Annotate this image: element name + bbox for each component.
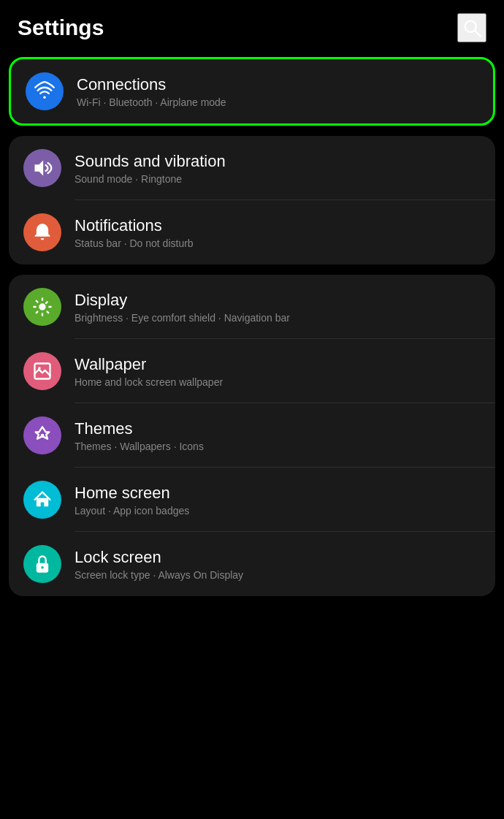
wallpaper-subtitle: Home and lock screen wallpaper <box>75 376 223 388</box>
display-icon-circle <box>23 288 61 326</box>
lock-icon <box>32 554 53 574</box>
lockscreen-subtitle: Screen lock type · Always On Display <box>75 569 243 581</box>
connections-title: Connections <box>77 75 226 94</box>
home-icon <box>32 490 53 510</box>
wallpaper-title: Wallpaper <box>75 355 223 374</box>
homescreen-item[interactable]: Home screen Layout · App icon badges <box>9 468 495 532</box>
homescreen-title: Home screen <box>75 484 189 503</box>
sounds-text: Sounds and vibration Sound mode · Ringto… <box>75 152 226 185</box>
notifications-subtitle: Status bar · Do not disturb <box>75 237 194 249</box>
page-title: Settings <box>18 15 104 40</box>
notifications-text: Notifications Status bar · Do not distur… <box>75 216 194 249</box>
sound-icon <box>32 158 53 178</box>
connections-item[interactable]: Connections Wi-Fi · Bluetooth · Airplane… <box>9 57 495 126</box>
svg-point-7 <box>41 434 45 438</box>
display-icon <box>32 297 53 317</box>
wallpaper-icon-circle <box>23 352 61 390</box>
themes-icon-circle <box>23 416 61 454</box>
notifications-title: Notifications <box>75 216 194 235</box>
svg-point-2 <box>43 96 46 99</box>
themes-item[interactable]: Themes Themes · Wallpapers · Icons <box>9 403 495 468</box>
display-title: Display <box>75 291 290 310</box>
homescreen-icon-circle <box>23 481 61 519</box>
lockscreen-text: Lock screen Screen lock type · Always On… <box>75 548 243 581</box>
notifications-icon <box>32 222 53 243</box>
lockscreen-icon-circle <box>23 545 61 583</box>
search-icon <box>462 18 482 38</box>
group-sounds-notifications: Sounds and vibration Sound mode · Ringto… <box>9 136 495 264</box>
svg-line-1 <box>475 31 481 37</box>
svg-marker-3 <box>35 161 44 176</box>
notifications-icon-circle <box>23 213 61 251</box>
themes-subtitle: Themes · Wallpapers · Icons <box>75 441 204 452</box>
display-item[interactable]: Display Brightness · Eye comfort shield … <box>9 275 495 339</box>
search-button[interactable] <box>457 13 486 42</box>
connections-text: Connections Wi-Fi · Bluetooth · Airplane… <box>77 75 226 108</box>
wifi-icon-circle <box>26 72 64 110</box>
wallpaper-icon <box>32 361 53 381</box>
svg-point-4 <box>39 303 45 310</box>
svg-point-9 <box>41 566 44 569</box>
wifi-icon <box>34 81 55 102</box>
themes-text: Themes Themes · Wallpapers · Icons <box>75 419 204 452</box>
themes-icon <box>32 425 53 446</box>
display-subtitle: Brightness · Eye comfort shield · Naviga… <box>75 312 290 324</box>
sounds-subtitle: Sound mode · Ringtone <box>75 173 226 185</box>
connections-subtitle: Wi-Fi · Bluetooth · Airplane mode <box>77 96 226 108</box>
header: Settings <box>0 0 504 53</box>
sounds-title: Sounds and vibration <box>75 152 226 171</box>
homescreen-subtitle: Layout · App icon badges <box>75 505 189 517</box>
lockscreen-title: Lock screen <box>75 548 243 567</box>
themes-title: Themes <box>75 419 204 438</box>
sounds-item[interactable]: Sounds and vibration Sound mode · Ringto… <box>9 136 495 200</box>
display-text: Display Brightness · Eye comfort shield … <box>75 291 290 324</box>
wallpaper-item[interactable]: Wallpaper Home and lock screen wallpaper <box>9 339 495 403</box>
wallpaper-text: Wallpaper Home and lock screen wallpaper <box>75 355 223 388</box>
homescreen-text: Home screen Layout · App icon badges <box>75 484 189 517</box>
sound-icon-circle <box>23 149 61 187</box>
lockscreen-item[interactable]: Lock screen Screen lock type · Always On… <box>9 532 495 596</box>
notifications-item[interactable]: Notifications Status bar · Do not distur… <box>9 200 495 264</box>
group-display-lock: Display Brightness · Eye comfort shield … <box>9 275 495 596</box>
